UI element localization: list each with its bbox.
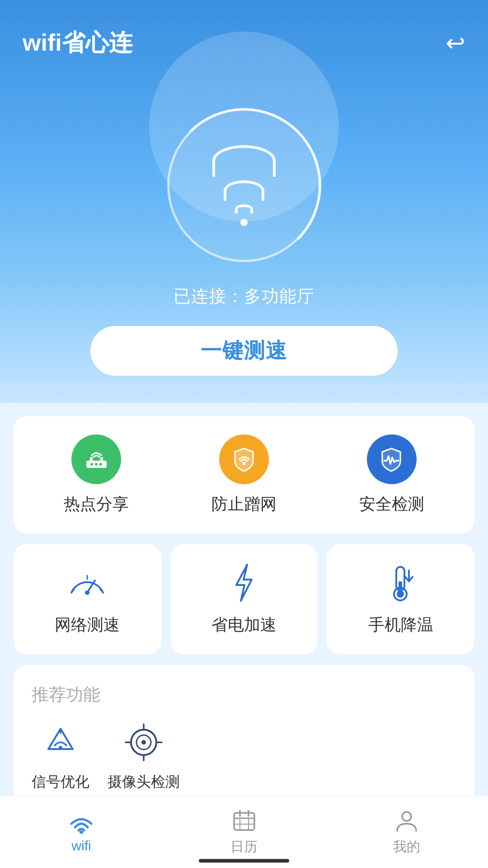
- connected-text: 已连接：多功能厅: [0, 285, 488, 308]
- feature-card-battery[interactable]: 省电加速: [170, 544, 318, 654]
- svg-point-22: [141, 740, 146, 745]
- hotspot-label: 热点分享: [64, 493, 129, 515]
- nav-wifi-icon: [68, 811, 95, 834]
- back-button[interactable]: ↩: [446, 29, 465, 57]
- svg-rect-15: [399, 581, 402, 591]
- speedtest-label: 网络测速: [55, 614, 120, 636]
- shield-wifi-icon: [230, 445, 259, 474]
- cooling-label: 手机降温: [368, 614, 433, 636]
- svg-point-27: [80, 830, 83, 834]
- recommend-item-camera[interactable]: 摄像头检测: [108, 720, 180, 806]
- svg-point-16: [397, 590, 404, 598]
- speed-test-button[interactable]: 一键测速: [90, 326, 398, 376]
- speedometer-icon: [67, 562, 108, 603]
- nav-item-wifi[interactable]: wifi: [0, 796, 163, 868]
- feature-card-speedtest[interactable]: 网络测速: [14, 544, 161, 654]
- svg-point-4: [95, 463, 98, 466]
- nav-item-profile[interactable]: 我的: [325, 796, 488, 868]
- feature-card-cooling[interactable]: 手机降温: [327, 544, 474, 654]
- signal-label: 信号优化: [32, 772, 89, 792]
- signal-icon: [38, 720, 83, 765]
- header: wifi省心连 ↩: [0, 0, 488, 72]
- wifi-symbol: [212, 145, 276, 226]
- security-label: 安全检测: [359, 493, 424, 515]
- bottom-nav: wifi 日历 我的: [0, 796, 488, 868]
- lightning-icon: [224, 562, 264, 603]
- wifi-arc-medium: [224, 180, 264, 201]
- svg-rect-28: [234, 813, 254, 830]
- anti-theft-icon-circle: [219, 434, 269, 484]
- svg-point-18: [59, 746, 62, 750]
- nav-wifi-label: wifi: [71, 838, 91, 854]
- nav-profile-label: 我的: [393, 838, 420, 856]
- app-title: wifi省心连: [23, 27, 132, 59]
- recommend-item-signal[interactable]: 信号优化: [32, 720, 89, 806]
- camera-label: 摄像头检测: [108, 772, 180, 792]
- nav-calendar-icon: [232, 808, 257, 833]
- svg-rect-2: [100, 457, 103, 462]
- svg-point-5: [99, 463, 102, 466]
- top-section: wifi省心连 ↩ 已连接：多功能厅 一键测速: [0, 0, 488, 403]
- feature-card-row1: 热点分享 防止蹭网: [14, 416, 474, 533]
- svg-point-6: [242, 462, 245, 465]
- recommend-items: 信号优化 摄像头检测: [32, 720, 456, 806]
- feature-cards-row2: 网络测速 省电加速: [14, 544, 474, 654]
- recommend-section: 推荐功能 信号优化: [14, 665, 474, 806]
- wifi-icon-container: [0, 72, 488, 276]
- anti-theft-label: 防止蹭网: [211, 493, 277, 515]
- thermometer-icon: [380, 562, 421, 603]
- main-content: 热点分享 防止蹭网: [0, 403, 488, 830]
- hotspot-icon: [82, 447, 111, 472]
- nav-item-calendar[interactable]: 日历: [163, 796, 325, 868]
- battery-label: 省电加速: [211, 614, 277, 636]
- nav-calendar-label: 日历: [230, 838, 258, 856]
- svg-point-35: [402, 812, 411, 821]
- recommend-title: 推荐功能: [32, 683, 456, 706]
- svg-point-3: [90, 463, 93, 466]
- home-indicator: [199, 859, 289, 863]
- wifi-arc-large: [212, 145, 276, 177]
- wifi-arc-small: [235, 204, 253, 213]
- svg-rect-1: [90, 457, 93, 462]
- svg-marker-12: [236, 565, 252, 601]
- hotspot-icon-circle: [71, 434, 121, 484]
- camera-icon: [121, 720, 166, 765]
- feature-item-anti-theft[interactable]: 防止蹭网: [170, 434, 318, 515]
- svg-point-11: [85, 590, 89, 595]
- feature-item-hotspot[interactable]: 热点分享: [23, 434, 170, 515]
- wifi-ring: [167, 108, 321, 262]
- security-icon: [377, 445, 406, 474]
- feature-item-security[interactable]: 安全检测: [318, 434, 465, 515]
- wifi-dot: [240, 219, 248, 226]
- nav-profile-icon: [394, 808, 419, 833]
- security-icon-circle: [367, 434, 417, 484]
